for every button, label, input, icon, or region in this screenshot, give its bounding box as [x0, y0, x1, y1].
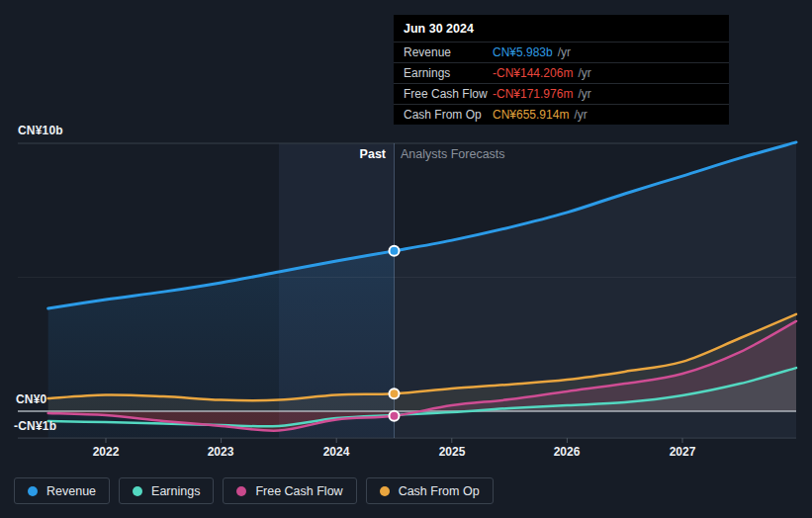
legend-label: Cash From Op — [399, 484, 480, 498]
revenue-marker[interactable] — [390, 246, 400, 256]
x-axis-label-2026: 2026 — [554, 445, 581, 459]
tooltip-value: CN¥655.914m — [493, 108, 569, 122]
tooltip-value: CN¥5.983b — [493, 45, 553, 59]
tooltip-date: Jun 30 2024 — [394, 15, 729, 42]
legend-label: Free Cash Flow — [255, 484, 342, 498]
earnings-dot-icon — [133, 486, 142, 496]
revenue-dot-icon — [28, 486, 38, 496]
x-axis-label-2022: 2022 — [93, 445, 120, 459]
cash-from-op-dot-icon — [380, 486, 390, 496]
legend-item-free-cash-flow[interactable]: Free Cash Flow — [223, 477, 356, 504]
legend: Revenue Earnings Free Cash Flow Cash Fro… — [14, 477, 494, 504]
y-axis-label-0: CN¥0 — [16, 392, 46, 406]
free-cash-flow-dot-icon — [236, 486, 246, 496]
legend-label: Earnings — [151, 484, 200, 498]
tooltip-row-earnings: Earnings -CN¥144.206m /yr — [394, 62, 729, 83]
tooltip-unit: /yr — [574, 108, 586, 122]
past-section-label: Past — [0, 147, 386, 161]
legend-item-cash-from-op[interactable]: Cash From Op — [366, 477, 494, 504]
cash-from-op-marker[interactable] — [390, 388, 400, 398]
tooltip-row-revenue: Revenue CN¥5.983b /yr — [394, 42, 729, 62]
free-cash-flow-marker[interactable] — [390, 411, 400, 421]
tooltip-value: -CN¥171.976m — [493, 87, 573, 101]
tooltip-unit: /yr — [558, 45, 571, 59]
x-axis-label-2025: 2025 — [439, 445, 466, 459]
x-axis-label-2024: 2024 — [323, 445, 350, 459]
legend-item-revenue[interactable]: Revenue — [14, 477, 110, 504]
tooltip-unit: /yr — [578, 87, 590, 101]
legend-label: Revenue — [46, 484, 96, 498]
tooltip-label: Earnings — [404, 66, 493, 80]
forecast-section-label: Analysts Forecasts — [401, 147, 505, 161]
tooltip-label: Cash From Op — [404, 108, 493, 122]
tooltip-label: Revenue — [404, 45, 493, 59]
y-axis-label-10b: CN¥10b — [18, 124, 63, 137]
tooltip-value: -CN¥144.206m — [493, 66, 573, 80]
tooltip-row-free-cash-flow: Free Cash Flow -CN¥171.976m /yr — [394, 83, 729, 104]
legend-item-earnings[interactable]: Earnings — [119, 477, 214, 504]
x-axis-label-2023: 2023 — [208, 445, 234, 459]
tooltip-row-cash-from-op: Cash From Op CN¥655.914m /yr — [394, 104, 729, 125]
x-axis-label-2027: 2027 — [670, 445, 696, 459]
chart-panel: CN¥10b CN¥0 -CN¥1b 2022 2023 2024 2025 2… — [0, 0, 812, 518]
tooltip-unit: /yr — [578, 66, 590, 80]
tooltip-label: Free Cash Flow — [404, 87, 493, 101]
y-axis-label-neg1b: -CN¥1b — [14, 419, 56, 433]
tooltip: Jun 30 2024 Revenue CN¥5.983b /yr Earnin… — [394, 15, 729, 125]
